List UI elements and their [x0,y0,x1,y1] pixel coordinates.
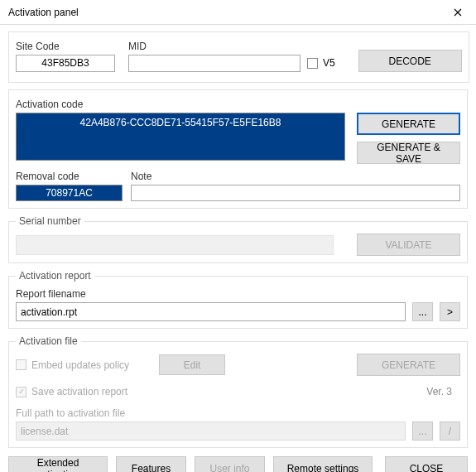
version-label: Ver. 3 [426,386,452,397]
window-title: Activation panel [8,7,79,18]
report-group: Activation report Report filename ... > [8,270,468,329]
file-group: Activation file Embed updates policy Edi… [8,335,468,448]
activation-code-label: Activation code [16,99,460,110]
activation-group: Activation code 42A4B876-CCC8DE71-55415F… [8,89,468,209]
close-button[interactable]: CLOSE [385,456,468,472]
embed-checkbox [16,359,26,370]
user-info-button: User info [195,456,265,472]
browse-report-button[interactable]: ... [412,302,433,321]
removal-code-value[interactable]: 708971AC [16,185,123,201]
serial-legend: Serial number [16,215,84,227]
open-report-button[interactable]: > [440,302,460,321]
note-input[interactable] [131,185,460,201]
mid-input[interactable] [128,55,301,72]
v5-label: V5 [323,57,335,69]
bottom-toolbar: Extended activation Features User info R… [8,455,468,472]
browse-file-button: ... [412,421,433,441]
close-icon[interactable] [439,0,476,25]
open-file-button: / [440,421,460,441]
activation-code-value[interactable]: 42A4B876-CCC8DE71-55415F57-E5FE16B8 [16,113,345,161]
mid-label: MID [128,41,301,52]
serial-input [16,235,334,255]
extended-activation-button[interactable]: Extended activation [8,456,108,472]
generate-file-button: GENERATE [357,354,460,376]
save-report-label: Save activation report [31,386,127,397]
fullpath-input [16,421,406,441]
file-legend: Activation file [16,335,81,347]
filename-label: Report filename [16,288,460,300]
decode-button[interactable]: DECODE [358,50,462,72]
removal-code-label: Removal code [16,171,124,182]
decode-group: Site Code 43F85DB3 MID V5 DECODE [8,31,469,83]
site-code-value: 43F85DB3 [16,55,115,72]
filename-input[interactable] [16,302,406,321]
generate-button[interactable]: GENERATE [357,113,460,135]
validate-button: VALIDATE [357,234,460,256]
save-report-checkbox: ✓ [16,387,26,397]
features-button[interactable]: Features [116,456,186,472]
fullpath-label: Full path to activation file [16,407,460,419]
note-label: Note [131,171,460,182]
remote-settings-button[interactable]: Remote settings [273,456,373,472]
edit-button: Edit [159,354,225,375]
titlebar: Activation panel [0,0,476,25]
serial-group: Serial number VALIDATE [8,215,468,263]
generate-save-button[interactable]: GENERATE & SAVE [357,142,460,164]
v5-checkbox[interactable] [307,58,318,69]
report-legend: Activation report [16,270,94,282]
site-code-label: Site Code [16,41,122,52]
embed-label: Embed updates policy [31,359,129,371]
